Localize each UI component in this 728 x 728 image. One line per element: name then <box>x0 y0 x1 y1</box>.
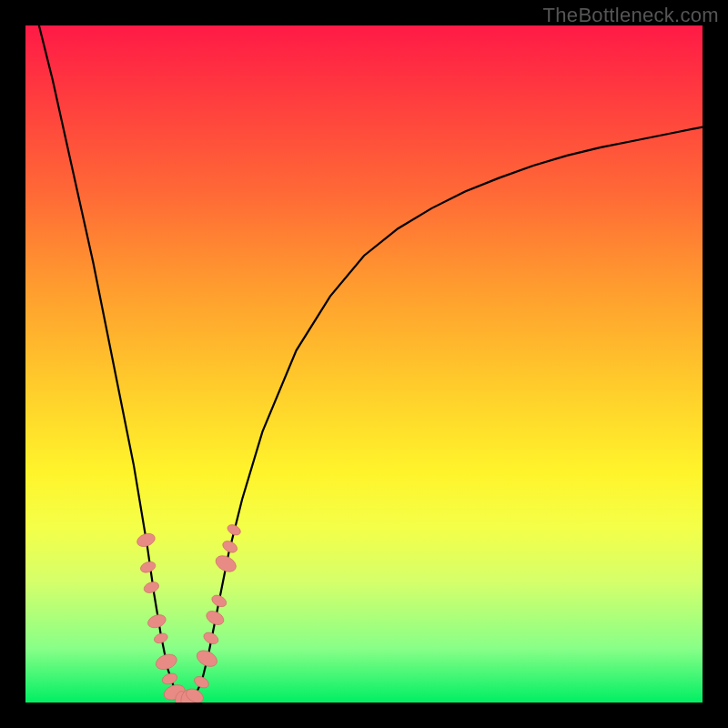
curve-marker <box>139 560 157 574</box>
curve-marker <box>153 632 169 645</box>
curve-marker <box>194 647 219 670</box>
bottleneck-curve-path <box>39 25 703 703</box>
curve-marker <box>154 652 179 672</box>
curve-marker <box>161 672 179 686</box>
plot-area <box>25 25 703 703</box>
curve-marker <box>192 674 210 691</box>
curve-marker <box>136 531 157 549</box>
curve-marker <box>146 612 167 630</box>
curve-markers-group <box>136 522 243 703</box>
bottleneck-curve-svg <box>25 25 703 703</box>
chart-frame: TheBottleneck.com <box>0 0 728 728</box>
curve-marker <box>202 630 220 646</box>
watermark-text: TheBottleneck.com <box>543 4 719 27</box>
curve-marker <box>221 539 239 555</box>
curve-marker <box>143 580 161 594</box>
curve-marker <box>210 593 228 610</box>
curve-marker <box>226 522 242 537</box>
